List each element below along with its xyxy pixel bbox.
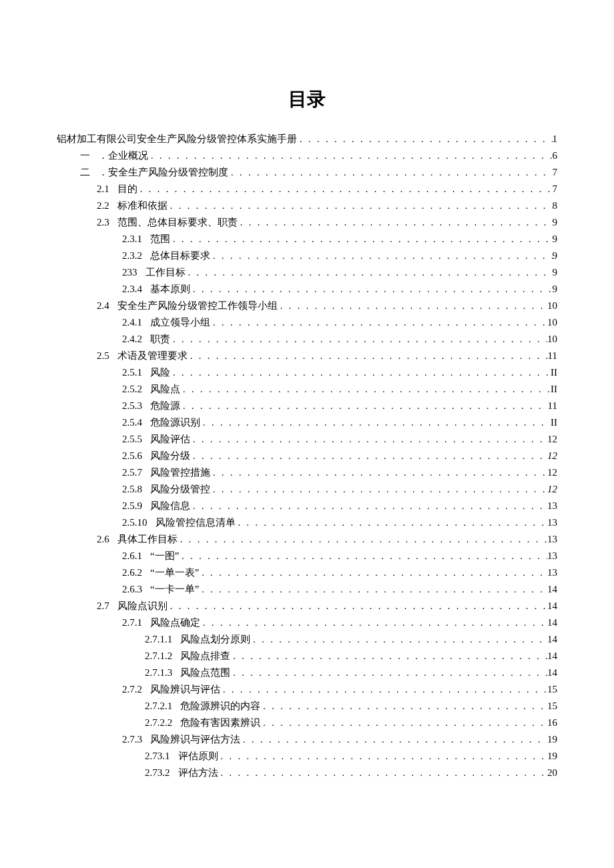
- toc-entry-number: 2.7.1.3: [145, 665, 180, 681]
- toc-entry[interactable]: 2.5.10风险管控信息清单. . . . . . . . . . . . . …: [57, 514, 557, 531]
- toc-entry-text: 风险管控措施: [150, 464, 210, 481]
- toc-leader-dots: . . . . . . . . . . . . . . . . . . . . …: [220, 681, 547, 698]
- toc-entry-text: 范围、总体目标要求、职责: [117, 214, 238, 231]
- toc-entry-number: 2.4.1: [122, 314, 150, 331]
- toc-entry[interactable]: 2.73.2评估方法. . . . . . . . . . . . . . . …: [57, 765, 557, 781]
- toc-entry[interactable]: 2.5.3危险源. . . . . . . . . . . . . . . . …: [57, 398, 557, 414]
- toc-entry-page: 15: [547, 681, 557, 698]
- toc-entry[interactable]: 二．安全生产风险分级管控制度. . . . . . . . . . . . . …: [57, 164, 557, 181]
- toc-entry[interactable]: 2.7.1风险点确定. . . . . . . . . . . . . . . …: [57, 614, 557, 631]
- toc-entry[interactable]: 2.4.2职责. . . . . . . . . . . . . . . . .…: [57, 331, 557, 348]
- toc-entry-text: 安全生产风险分级管控工作领导小组: [117, 298, 278, 314]
- toc-entry[interactable]: 2.6.2“一单一表”. . . . . . . . . . . . . . .…: [57, 564, 557, 581]
- toc-entry-text: 危险源辨识的内容: [180, 698, 260, 715]
- toc-entry[interactable]: 2.6.3“一卡一单”. . . . . . . . . . . . . . .…: [57, 581, 557, 598]
- toc-entry-number: 2.3.2: [122, 248, 150, 264]
- toc-entry[interactable]: 2.7.2.1危险源辨识的内容. . . . . . . . . . . . .…: [57, 698, 557, 715]
- toc-entry[interactable]: 233工作目标. . . . . . . . . . . . . . . . .…: [57, 264, 557, 281]
- toc-entry-page: 13: [547, 564, 557, 581]
- toc-entry[interactable]: 2.5.9风险信息. . . . . . . . . . . . . . . .…: [57, 498, 557, 514]
- toc-entry-number: 2.6.1: [122, 548, 150, 564]
- page-title: 目录: [0, 87, 614, 112]
- toc-leader-dots: . . . . . . . . . . . . . . . . . . . . …: [199, 581, 547, 598]
- toc-entry-number: 2.5.9: [122, 498, 150, 514]
- toc-entry[interactable]: 2.7.3风险辨识与评估方法. . . . . . . . . . . . . …: [57, 731, 557, 748]
- toc-entry-page: 14: [547, 648, 557, 665]
- toc-entry-page: 14: [547, 631, 557, 648]
- toc-entry[interactable]: 2.5.6风险分级. . . . . . . . . . . . . . . .…: [57, 448, 557, 464]
- toc-entry-number: 2.5.6: [122, 448, 150, 464]
- toc-entry[interactable]: 2.2标准和依据. . . . . . . . . . . . . . . . …: [57, 197, 557, 214]
- toc-entry-page: II: [551, 381, 557, 398]
- toc-entry[interactable]: 2.5术语及管理要求. . . . . . . . . . . . . . . …: [57, 348, 557, 364]
- toc-entry-page: 14: [547, 665, 557, 681]
- toc-entry[interactable]: 2.5.8风险分级管控. . . . . . . . . . . . . . .…: [57, 481, 557, 498]
- toc-entry-page: 10: [547, 298, 557, 314]
- toc-leader-dots: . . . . . . . . . . . . . . . . . . . . …: [148, 147, 553, 164]
- toc-entry-number: 2.7.1: [122, 614, 150, 631]
- toc-entry-page: II: [551, 414, 557, 431]
- toc-entry[interactable]: 2.5.5风险评估. . . . . . . . . . . . . . . .…: [57, 431, 557, 448]
- toc-entry-text: 术语及管理要求: [117, 348, 188, 364]
- toc-entry-text: 成立领导小组: [150, 314, 210, 331]
- toc-entry[interactable]: 铝材加工有限公司安全生产风险分级管控体系实施手册. . . . . . . . …: [57, 131, 557, 147]
- toc-entry[interactable]: 2.5.7风险管控措施. . . . . . . . . . . . . . .…: [57, 464, 557, 481]
- toc-entry[interactable]: 2.7.2风险辨识与评估. . . . . . . . . . . . . . …: [57, 681, 557, 698]
- toc-entry-text: 风险信息: [150, 498, 190, 514]
- toc-entry[interactable]: 2.73.1评估原则. . . . . . . . . . . . . . . …: [57, 748, 557, 765]
- toc-entry-number: 2.5.5: [122, 431, 150, 448]
- toc-entry-text: 风险点确定: [150, 614, 200, 631]
- toc-entry[interactable]: 一．企业概况. . . . . . . . . . . . . . . . . …: [57, 147, 557, 164]
- toc-leader-dots: . . . . . . . . . . . . . . . . . . . . …: [260, 698, 547, 715]
- toc-entry-number: 2.7.2.1: [145, 698, 180, 715]
- toc-entry-text: 工作目标: [145, 264, 186, 281]
- toc-entry[interactable]: 2.5.1风险. . . . . . . . . . . . . . . . .…: [57, 364, 557, 381]
- toc-entry-text: “一卡一单”: [150, 581, 199, 598]
- toc-entry-page: 9: [553, 231, 558, 248]
- toc-leader-dots: . . . . . . . . . . . . . . . . . . . . …: [228, 164, 553, 181]
- toc-entry[interactable]: 2.3.4基本原则. . . . . . . . . . . . . . . .…: [57, 281, 557, 298]
- toc-entry-number: 2.5.2: [122, 381, 150, 398]
- toc-entry-text: 风险点: [150, 381, 180, 398]
- toc-entry-number: 2.3: [97, 214, 117, 231]
- toc-entry[interactable]: 2.5.4危险源识别. . . . . . . . . . . . . . . …: [57, 414, 557, 431]
- toc-entry-text: 危险源: [150, 398, 180, 414]
- toc-entry[interactable]: 2.7.1.2风险点排查. . . . . . . . . . . . . . …: [57, 648, 557, 665]
- toc-entry[interactable]: 2.3范围、总体目标要求、职责. . . . . . . . . . . . .…: [57, 214, 557, 231]
- toc-entry[interactable]: 2.7风险点识别. . . . . . . . . . . . . . . . …: [57, 598, 557, 614]
- toc-entry-text: 评估方法: [178, 765, 218, 781]
- toc-entry-number: 一: [80, 147, 98, 164]
- toc-leader-dots: . . . . . . . . . . . . . . . . . . . . …: [180, 398, 548, 414]
- toc-leader-dots: . . . . . . . . . . . . . . . . . . . . …: [218, 748, 548, 765]
- toc-entry[interactable]: 2.5.2风险点. . . . . . . . . . . . . . . . …: [57, 381, 557, 398]
- toc-entry-page: 9: [553, 264, 558, 281]
- toc-leader-dots: . . . . . . . . . . . . . . . . . . . . …: [210, 481, 547, 498]
- toc-entry-text: 目的: [117, 181, 137, 197]
- toc-entry-number: 2.73.1: [145, 748, 178, 765]
- toc-entry[interactable]: 2.4.1成立领导小组. . . . . . . . . . . . . . .…: [57, 314, 557, 331]
- toc-entry[interactable]: 2.6具体工作目标. . . . . . . . . . . . . . . .…: [57, 531, 557, 548]
- toc-entry-text: 风险: [150, 364, 170, 381]
- toc-entry-page: 12: [547, 431, 557, 448]
- toc-entry-number: 2.5.3: [122, 398, 150, 414]
- toc-entry-page: 19: [547, 748, 557, 765]
- toc-entry-page: 6: [553, 147, 558, 164]
- toc-entry[interactable]: 2.6.1“一图”. . . . . . . . . . . . . . . .…: [57, 548, 557, 564]
- toc-leader-dots: . . . . . . . . . . . . . . . . . . . . …: [168, 197, 553, 214]
- toc-entry[interactable]: 2.3.2总体目标要求. . . . . . . . . . . . . . .…: [57, 248, 557, 264]
- toc-entry-text: 职责: [150, 331, 170, 348]
- toc-entry-number: 2.5.10: [122, 514, 156, 531]
- toc-entry-page: 14: [547, 581, 557, 598]
- toc-entry-text: ．企业概况: [98, 147, 148, 164]
- toc-entry[interactable]: 2.7.1.1风险点划分原则. . . . . . . . . . . . . …: [57, 631, 557, 648]
- toc-entry[interactable]: 2.3.1范围. . . . . . . . . . . . . . . . .…: [57, 231, 557, 248]
- toc-entry-text: 风险评估: [150, 431, 190, 448]
- toc-entry-page: 11: [548, 398, 557, 414]
- toc-entry[interactable]: 2.4安全生产风险分级管控工作领导小组. . . . . . . . . . .…: [57, 298, 557, 314]
- toc-entry[interactable]: 2.7.1.3风险点范围. . . . . . . . . . . . . . …: [57, 665, 557, 681]
- toc-entry-number: 2.7.1.2: [145, 648, 180, 665]
- toc-entry[interactable]: 2.1目的. . . . . . . . . . . . . . . . . .…: [57, 181, 557, 197]
- toc-entry-number: 233: [122, 264, 145, 281]
- toc-entry[interactable]: 2.7.2.2危险有害因素辨识. . . . . . . . . . . . .…: [57, 715, 557, 731]
- toc-entry-number: 2.6.3: [122, 581, 150, 598]
